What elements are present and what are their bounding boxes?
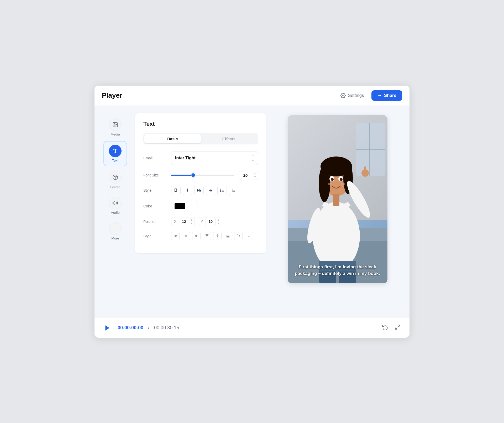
numbered-list-button[interactable]: 123 [229, 186, 238, 195]
video-person-image [288, 115, 387, 283]
video-frame: First things first, I'm loving the sleek… [288, 115, 387, 283]
font-select[interactable]: Inter Tight ⌃⌄ [171, 151, 258, 165]
header-actions: Settings Share [337, 90, 402, 101]
play-icon [104, 325, 111, 331]
media-icon-circle [109, 118, 122, 131]
sidebar-item-audio[interactable]: Audio [103, 194, 127, 218]
svg-rect-56 [356, 149, 385, 150]
font-size-up[interactable]: ▲ [252, 172, 258, 175]
tab-bar: Basic Effects [143, 133, 258, 144]
sidebar-media-label: Media [111, 132, 120, 136]
position-x-input[interactable]: X 12 ▲ ▼ [171, 217, 195, 226]
timecode-separator: / [148, 325, 149, 331]
color-dropdown-icon: ⌄ [187, 204, 190, 208]
valign-middle-button[interactable] [213, 232, 222, 240]
fullscreen-icon [395, 324, 401, 330]
sidebar-item-more[interactable]: ··· More [103, 219, 127, 243]
subtitle-text: First things first, I'm loving the sleek… [295, 264, 380, 276]
y-up[interactable]: ▲ [216, 218, 221, 222]
x-down[interactable]: ▼ [189, 222, 195, 225]
svg-point-6 [115, 177, 116, 178]
x-axis-label: X [171, 217, 179, 226]
x-up[interactable]: ▲ [189, 218, 195, 222]
panel-card: Text Basic Effects Email Inter Tight ⌃⌄ [135, 113, 266, 253]
text-layout-button[interactable] [234, 232, 243, 240]
sidebar-item-media[interactable]: Media [103, 115, 127, 139]
svg-point-20 [220, 190, 221, 190]
settings-button[interactable]: Settings [337, 91, 367, 100]
app-title: Player [102, 91, 122, 100]
svg-point-67 [341, 183, 345, 185]
bullet-list-button[interactable] [217, 186, 227, 195]
share-button[interactable]: Share [371, 90, 402, 101]
svg-rect-68 [333, 194, 339, 206]
sidebar-text-label: Text [112, 159, 118, 163]
y-down[interactable]: ▼ [216, 222, 221, 225]
fullscreen-button[interactable] [393, 323, 402, 333]
svg-point-65 [340, 178, 343, 181]
gear-icon [340, 93, 346, 98]
position-row: Position X 12 ▲ ▼ Y 10 [143, 217, 258, 226]
bullet-list-icon [220, 188, 224, 192]
bold-button[interactable]: B [171, 186, 181, 195]
svg-point-2 [114, 123, 115, 124]
style-row: Style B I 123 [143, 186, 258, 195]
valign-top-icon [205, 234, 209, 238]
style-label: Style [143, 188, 167, 192]
svg-point-5 [116, 176, 117, 177]
position-y-input[interactable]: Y 10 ▲ ▼ [198, 217, 222, 226]
tab-effects[interactable]: Effects [201, 134, 257, 143]
color-box [175, 203, 185, 209]
svg-line-78 [396, 328, 397, 329]
alignment-row: Style [143, 232, 258, 240]
text-panel: Text Basic Effects Email Inter Tight ⌃⌄ [135, 113, 266, 311]
x-stepper: ▲ ▼ [189, 218, 195, 225]
svg-point-4 [114, 176, 115, 177]
font-size-value: 20 [239, 171, 252, 180]
sidebar-item-text[interactable]: T Text [103, 141, 127, 166]
color-label: Color [143, 204, 167, 208]
align-right-button[interactable] [192, 232, 201, 240]
align-center-button[interactable] [182, 232, 190, 240]
style2-label: Style [143, 234, 167, 238]
valign-middle-icon [216, 234, 219, 238]
play-button[interactable] [102, 322, 113, 333]
share-icon [377, 93, 382, 98]
valign-top-button[interactable] [203, 232, 211, 240]
audio-icon [112, 200, 118, 206]
font-size-slider-wrap [171, 175, 234, 176]
font-value: Inter Tight [175, 156, 196, 160]
font-label: Email [143, 156, 167, 160]
sidebar-audio-label: Audio [111, 211, 119, 215]
h2-icon [208, 188, 213, 193]
color-picker[interactable]: ⌄ [171, 201, 197, 211]
font-size-input[interactable]: 20 ▲ ▼ [239, 171, 258, 180]
font-size-stepper: ▲ ▼ [252, 172, 258, 179]
sidebar-item-colors[interactable]: Colors [103, 168, 127, 192]
settings-label: Settings [348, 93, 364, 98]
italic-button[interactable]: I [183, 186, 192, 195]
heading1-button[interactable] [194, 186, 204, 195]
svg-rect-46 [237, 235, 238, 237]
position-inputs: X 12 ▲ ▼ Y 10 ▲ ▼ [171, 217, 258, 226]
current-timecode: 00:00:00:00 [118, 325, 143, 331]
select-arrows-icon: ⌃⌄ [251, 154, 254, 162]
more-align-button[interactable]: ⌄ [245, 232, 253, 240]
align-center-icon [184, 234, 188, 238]
svg-line-77 [398, 325, 400, 327]
font-size-slider-track[interactable] [171, 175, 234, 176]
slider-thumb[interactable] [191, 173, 196, 177]
align-left-button[interactable] [171, 232, 180, 240]
svg-point-0 [343, 95, 344, 96]
reset-button[interactable] [381, 323, 390, 333]
font-size-down[interactable]: ▼ [252, 175, 258, 179]
bottom-bar: 00:00:00:00 / 00:00:30:15 [94, 318, 410, 338]
tab-basic[interactable]: Basic [144, 134, 201, 143]
svg-rect-72 [364, 166, 366, 174]
video-card: First things first, I'm loving the sleek… [288, 115, 387, 283]
svg-point-19 [220, 189, 221, 189]
heading2-button[interactable] [206, 186, 215, 195]
more-icon-circle: ··· [109, 222, 122, 235]
total-timecode: 00:00:30:15 [154, 325, 179, 331]
valign-bottom-button[interactable] [224, 232, 232, 240]
